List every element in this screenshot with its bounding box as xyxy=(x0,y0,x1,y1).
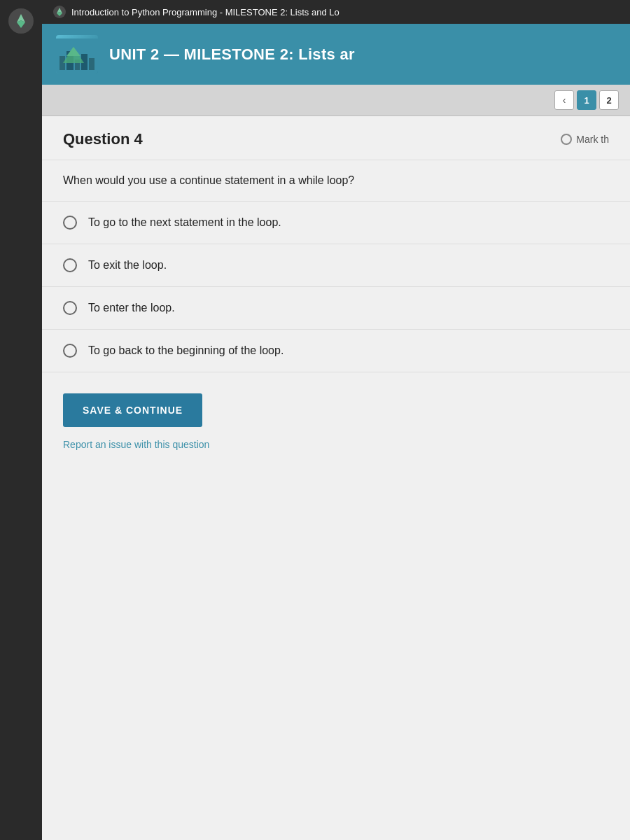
option-2-row[interactable]: To exit the loop. xyxy=(42,244,630,287)
left-sidebar xyxy=(0,0,42,840)
question-header: Question 4 Mark th xyxy=(42,116,630,160)
option-1-row[interactable]: To go to the next statement in the loop. xyxy=(42,202,630,244)
unit-icon xyxy=(56,38,98,74)
unit-icon-box xyxy=(56,35,98,74)
svg-rect-7 xyxy=(89,58,94,70)
question-area: Question 4 Mark th When would you use a … xyxy=(42,116,630,840)
option-3-label: To enter the loop. xyxy=(88,302,175,314)
question-text: When would you use a continue statement … xyxy=(42,160,630,202)
nav-row: ‹ 1 2 xyxy=(42,85,630,116)
top-bar-title: Introduction to Python Programming - MIL… xyxy=(71,7,340,18)
option-4-row[interactable]: To go back to the beginning of the loop. xyxy=(42,330,630,372)
option-3-radio[interactable] xyxy=(63,301,77,315)
nav-page-2-button[interactable]: 2 xyxy=(599,90,619,110)
top-bar-logo-icon xyxy=(53,6,66,18)
option-3-row[interactable]: To enter the loop. xyxy=(42,287,630,330)
page-header: UNIT 2 — MILESTONE 2: Lists ar xyxy=(42,24,630,85)
question-number: Question 4 xyxy=(63,130,143,148)
nav-page-1-button[interactable]: 1 xyxy=(577,90,596,110)
option-1-label: To go to the next statement in the loop. xyxy=(88,216,281,229)
button-area: SAVE & CONTINUE xyxy=(42,372,630,438)
report-issue-link[interactable]: Report an issue with this question xyxy=(63,439,209,450)
sidebar-logo-icon xyxy=(8,8,34,34)
option-4-label: To go back to the beginning of the loop. xyxy=(88,344,284,357)
mark-review-button[interactable]: Mark th xyxy=(561,134,609,145)
top-bar: Introduction to Python Programming - MIL… xyxy=(42,0,630,24)
option-2-radio[interactable] xyxy=(63,258,77,272)
option-2-label: To exit the loop. xyxy=(88,259,167,272)
report-link-area: Report an issue with this question xyxy=(42,438,630,472)
option-4-radio[interactable] xyxy=(63,344,77,358)
save-continue-button[interactable]: SAVE & CONTINUE xyxy=(63,393,202,427)
options-container: To go to the next statement in the loop.… xyxy=(42,202,630,372)
option-1-radio[interactable] xyxy=(63,216,77,230)
header-title: UNIT 2 — MILESTONE 2: Lists ar xyxy=(109,46,355,64)
nav-back-button[interactable]: ‹ xyxy=(554,90,574,110)
main-content: Introduction to Python Programming - MIL… xyxy=(42,0,630,840)
mark-circle-icon xyxy=(561,134,572,145)
mark-review-label: Mark th xyxy=(576,134,609,145)
